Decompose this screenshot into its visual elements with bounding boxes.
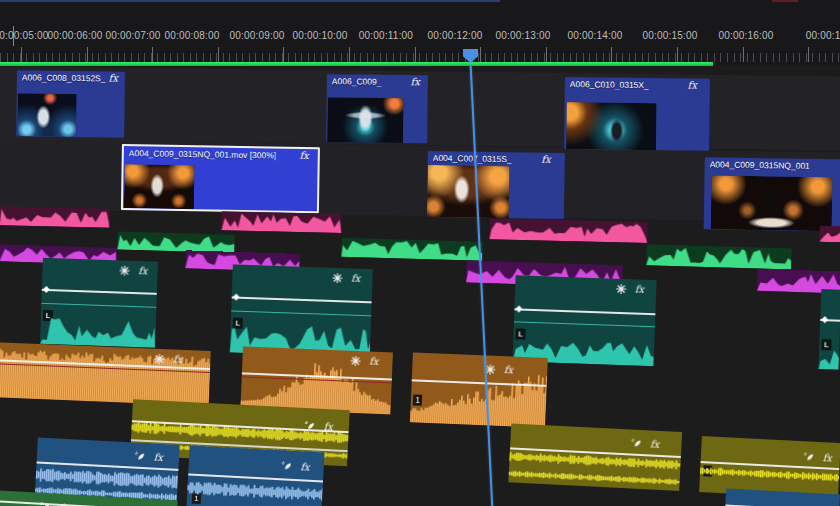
waveform <box>508 423 682 491</box>
waveform <box>0 206 110 227</box>
audio-clip[interactable]: fx <box>508 423 682 491</box>
video-clip[interactable]: A004_C007_0315S_ fx <box>427 151 565 219</box>
keyframe-icon[interactable] <box>821 317 828 324</box>
ruler-timecode: 00:00:14:00 <box>567 30 622 41</box>
fx-badge: fx <box>504 364 514 375</box>
waveform <box>646 244 792 269</box>
fx-badge: fx <box>410 76 419 87</box>
volume-line[interactable] <box>514 308 655 315</box>
clip-label: A004_C009_0315NQ_001 <box>710 159 810 171</box>
star-badge-icon <box>332 272 342 282</box>
star-badge-icon <box>350 355 360 365</box>
ruler-timecode: 00:00:15:00 <box>642 30 697 41</box>
fx-badge: fx <box>351 273 361 284</box>
audio-clip[interactable]: fx L <box>40 258 158 348</box>
volume-line[interactable] <box>42 289 157 295</box>
clip-thumbnail <box>124 164 195 209</box>
video-clip[interactable]: A006_C008_03152S_ fx <box>16 70 125 137</box>
clip-label: A006_C008_03152S_ <box>22 72 106 83</box>
clip-thumbnail <box>427 165 510 218</box>
audio-clip[interactable] <box>221 211 341 233</box>
waveform <box>410 359 547 427</box>
star-badge-icon <box>119 265 129 275</box>
channel-divider <box>231 310 371 316</box>
timeline-ruler[interactable]: 00:00:05:00 00:00:06:00 00:00:07:00 00:0… <box>0 0 840 66</box>
video-clip-selected[interactable]: A004_C009_0315NQ_001.mov [300%] fx <box>121 144 320 213</box>
ruler-timecode: 00:00:11:00 <box>359 30 413 41</box>
ruler-timecode: 00:00:09:00 <box>229 30 284 41</box>
audio-clip[interactable] <box>117 232 234 253</box>
ruler-timecode: 00:00:07:00 <box>105 30 160 41</box>
ruler-timecode: 00:00:12:00 <box>427 30 482 41</box>
top-edge-highlight <box>0 0 500 2</box>
clip-label: A004_C009_0315NQ_001.mov [300%] <box>129 148 277 160</box>
audio-clip[interactable] <box>646 244 792 269</box>
keyframe-icon[interactable] <box>233 293 240 300</box>
waveform <box>186 445 324 506</box>
waveform <box>341 238 482 261</box>
waveform <box>117 232 234 253</box>
ruler-timecode: 00:00:08:00 <box>164 30 219 41</box>
audio-clip[interactable] <box>0 206 110 227</box>
audio-clip[interactable]: fx 1 <box>186 445 324 506</box>
fx-badge: fx <box>108 72 117 83</box>
video-clip[interactable]: A004_C009_0315NQ_001 <box>704 157 840 231</box>
ruler-timecode: 00:00:16:00 <box>718 30 773 41</box>
audio-clip[interactable] <box>489 218 647 243</box>
audio-clip[interactable]: fx <box>0 342 211 406</box>
waveform <box>40 316 156 348</box>
fx-badge: fx <box>173 354 183 365</box>
audio-clip[interactable]: fx L <box>513 275 657 366</box>
audio-clip[interactable] <box>341 238 482 261</box>
video-clip[interactable]: A006_C009_ fx <box>326 74 428 143</box>
fx-badge: fx <box>299 150 309 161</box>
fx-badge: fx <box>687 80 696 91</box>
audio-track-5: fx fx fx 1 <box>0 342 840 379</box>
ruler-timecode: 00:00:10:00 <box>292 30 347 41</box>
keyframe-icon[interactable] <box>515 305 522 312</box>
audio-clip[interactable]: fx 1 <box>699 436 840 499</box>
top-edge-red <box>772 0 798 2</box>
ruler-minor-ticks <box>0 53 840 62</box>
audio-track-2 <box>0 226 840 251</box>
waveform <box>819 345 840 370</box>
channel-divider <box>41 303 156 308</box>
waveform <box>699 436 840 499</box>
clip-thumbnail <box>711 175 833 231</box>
clip-thumbnail <box>566 102 657 150</box>
source-channel-badge: 1 <box>413 394 422 405</box>
clip-label: A006_C009_ <box>332 76 382 87</box>
audio-clip[interactable]: fx L <box>230 264 373 357</box>
fx-badge: fx <box>138 265 148 276</box>
audio-clip[interactable]: fx 1 <box>410 352 548 427</box>
timeline-panel: A006_C008_03152S_ fx A006_C009_ fx A006_… <box>0 0 840 506</box>
audio-clip[interactable] <box>819 226 840 242</box>
rendered-preview-bar <box>0 62 713 66</box>
fx-badge: fx <box>635 284 645 295</box>
waveform <box>819 226 840 242</box>
ruler-timecode: 00:00:05:00 <box>0 30 49 41</box>
clip-thumbnail <box>17 93 77 137</box>
fx-badge: fx <box>369 356 379 367</box>
star-badge-icon <box>616 283 626 293</box>
keyframe-icon[interactable] <box>43 286 50 293</box>
ruler-timecode: 00:00:13:00 <box>495 30 550 41</box>
clip-label: A004_C007_0315S_ <box>433 153 512 164</box>
audio-clip[interactable]: fx <box>240 346 392 414</box>
ruler-timecode: 00:00:17 <box>806 30 840 41</box>
clip-thumbnail <box>327 97 404 143</box>
clip-label: A006_C010_0315X_ <box>570 79 649 90</box>
channel-divider <box>514 322 655 328</box>
audio-clip[interactable]: L <box>819 289 840 370</box>
waveform <box>489 218 647 243</box>
volume-line[interactable] <box>232 296 372 303</box>
ruler-timecode: 00:00:06:00 <box>47 30 102 41</box>
video-clip[interactable]: A006_C010_0315X_ fx <box>564 77 710 151</box>
star-badge-icon <box>154 353 164 363</box>
waveform <box>221 211 341 233</box>
fx-badge: fx <box>541 154 551 165</box>
